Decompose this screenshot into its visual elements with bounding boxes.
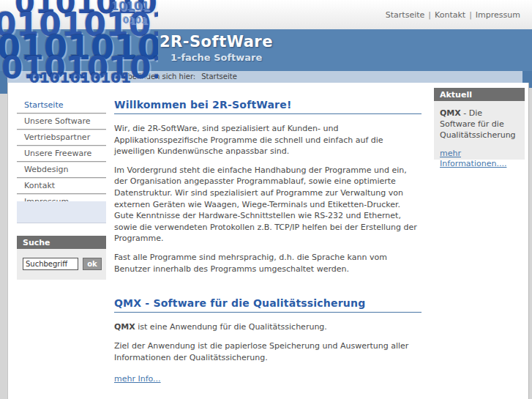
welcome-paragraph-1: Wir, die 2R-SoftWare, sind spezialisiert… [114,123,422,157]
qmx-section: QMX - Software für die Qualitätssicherun… [114,297,422,384]
binary-logo: 0101010101 0101010101 0101010101 0101010… [0,0,158,83]
search-ok-button[interactable]: ok [83,258,102,270]
sidebar-item-vertriebspartner[interactable]: Vertriebspartner [17,130,106,146]
qmx-lead: QMX ist eine Anwendung für die Qualitäts… [114,321,422,333]
search-box: ok [17,249,106,280]
logo-digits-small: 0101 [123,16,147,25]
search-input[interactable] [23,258,78,270]
aktuell-product-name: QMX [440,108,461,118]
qmx-lead-text: ist eine Anwendung für die Qualitätssich… [135,322,327,332]
welcome-paragraph-2: Im Vordergrund steht die einfache Handha… [114,165,422,245]
top-link-kontakt[interactable]: Kontakt [435,10,465,20]
aktuell-box: QMX - Die Software für die Qualitätssich… [434,101,525,160]
qmx-product-name: QMX [114,322,135,332]
welcome-heading: Willkommen bei 2R-SoftWare! [114,99,422,114]
aktuell-more-link[interactable]: mehr Informationen.... [440,149,519,171]
logo-digits-small: 10101 [111,1,149,12]
separator: | [428,10,431,20]
breadcrumb-current[interactable]: Startseite [201,72,237,81]
page-container: Startseite Unsere Software Vertriebspart… [7,83,529,399]
welcome-paragraph-3: Fast alle Programme sind mehrsprachig, d… [114,252,422,275]
site-subtitle: 1-fache Software [171,52,262,63]
sidebar-item-startseite[interactable]: Startseite [17,97,106,113]
sidebar-empty-box [17,201,106,223]
main-content: Willkommen bei 2R-SoftWare! Wir, die 2R-… [114,83,422,399]
separator: | [469,10,472,20]
sidebar-nav: Startseite Unsere Software Vertriebspart… [17,97,106,210]
logo-digits-row: 0101010101 [29,70,131,83]
search-box-title: Suche [17,236,106,250]
sidebar-item-unsere-freeware[interactable]: Unsere Freeware [17,146,106,162]
top-link-impressum[interactable]: Impressum [476,10,520,20]
site-title: 2R-SoftWare [160,33,273,51]
qmx-body: Ziel der Anwendung ist die papierlose Sp… [114,340,422,363]
sidebar-item-unsere-software[interactable]: Unsere Software [17,113,106,130]
sidebar-item-kontakt[interactable]: Kontakt [17,178,106,194]
aktuell-box-title: Aktuell [434,88,525,102]
sidebar-item-webdesign[interactable]: Webdesign [17,162,106,178]
qmx-more-link[interactable]: mehr Info... [114,374,161,384]
top-link-startseite[interactable]: Startseite [386,10,425,20]
top-utility-nav: Startseite|Kontakt|Impressum [383,10,522,20]
qmx-heading: QMX - Software für die Qualitätssicherun… [114,297,422,313]
breadcrumb-left-tab [0,83,7,94]
